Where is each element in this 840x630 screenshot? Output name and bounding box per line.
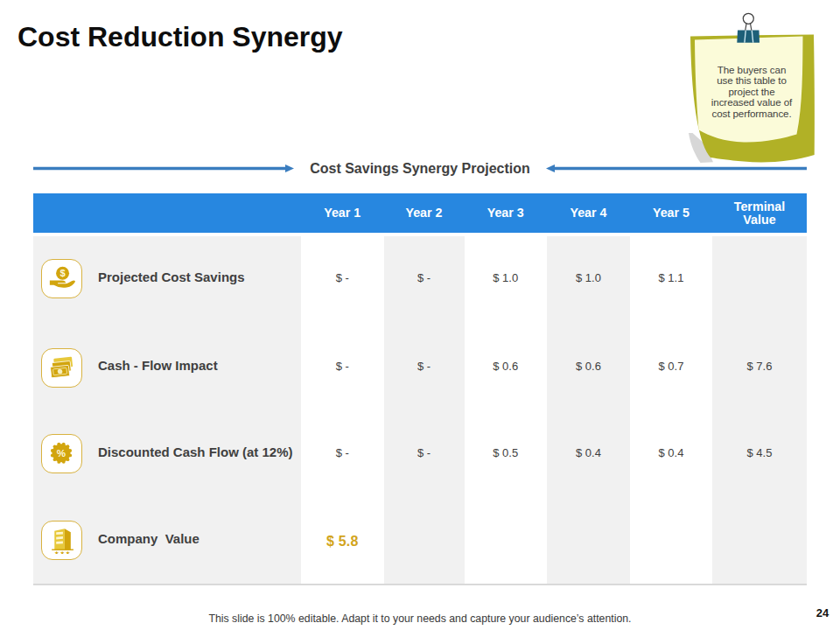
- svg-text:$: $: [60, 268, 66, 278]
- svg-text:★★★: ★★★: [54, 550, 71, 554]
- svg-text:%: %: [57, 448, 66, 458]
